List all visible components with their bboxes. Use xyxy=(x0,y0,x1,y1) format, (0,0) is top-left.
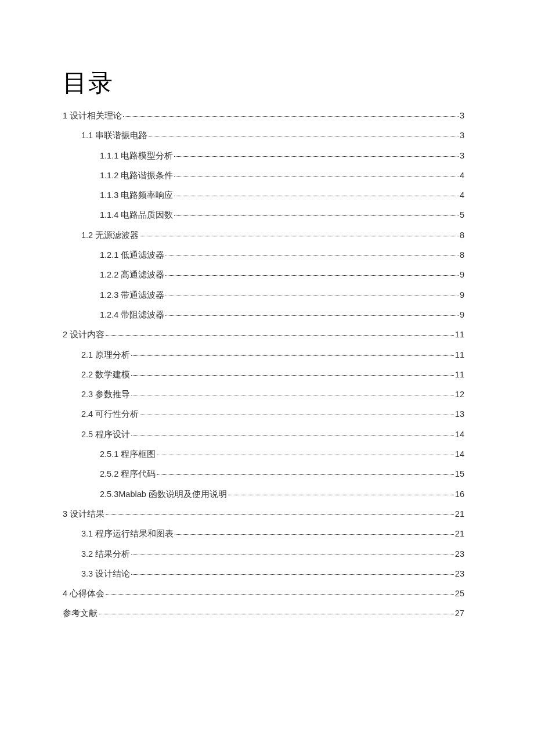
toc-leader-dots xyxy=(157,455,454,455)
toc-entry-label: 3.3 设计结论 xyxy=(81,568,130,579)
toc-entry: 参考文献27 xyxy=(63,607,464,619)
toc-entry-label: 2.1 原理分析 xyxy=(81,349,130,361)
toc-leader-dots xyxy=(131,395,454,395)
toc-entry: 1.2 无源滤波器8 xyxy=(63,229,464,241)
toc-entry-label: 1.2.3 带通滤波器 xyxy=(100,289,164,301)
toc-entry-page: 9 xyxy=(460,289,464,301)
toc-entry: 3.3 设计结论23 xyxy=(63,568,464,579)
toc-entry: 1.2.4 带阻滤波器9 xyxy=(63,309,464,321)
toc-entry-label: 2.4 可行性分析 xyxy=(81,408,139,420)
toc-entry: 2.2 数学建模11 xyxy=(63,369,464,380)
toc-entry-label: 3.1 程序运行结果和图表 xyxy=(81,528,174,539)
toc-entry-page: 14 xyxy=(455,429,464,440)
toc-leader-dots xyxy=(165,296,459,296)
toc-entry: 2 设计内容11 xyxy=(63,329,464,340)
toc-entry: 2.4 可行性分析13 xyxy=(63,408,464,420)
toc-entry-page: 25 xyxy=(455,588,464,599)
toc-entry: 1.2.1 低通滤波器8 xyxy=(63,249,464,261)
toc-leader-dots xyxy=(165,315,459,316)
toc-entry: 1.1.4 电路品质因数5 xyxy=(63,209,464,221)
toc-leader-dots xyxy=(106,335,454,336)
toc-entry-page: 11 xyxy=(455,349,464,361)
toc-leader-dots xyxy=(131,355,454,356)
toc-leader-dots xyxy=(157,474,454,475)
toc-entry-label: 1.1.4 电路品质因数 xyxy=(100,209,173,221)
toc-leader-dots xyxy=(140,415,454,415)
toc-leader-dots xyxy=(99,614,454,614)
toc-leader-dots xyxy=(106,514,454,515)
toc-entry-label: 2.2 数学建模 xyxy=(81,369,130,380)
toc-entry: 1.2.2 高通滤波器9 xyxy=(63,269,464,280)
toc-entry-page: 15 xyxy=(455,468,464,480)
toc-entry-page: 3 xyxy=(460,129,464,141)
toc-entry: 4 心得体会25 xyxy=(63,588,464,599)
toc-entry-label: 2.5.1 程序框图 xyxy=(100,448,156,460)
toc-entry-page: 14 xyxy=(455,448,464,460)
toc-leader-dots xyxy=(140,236,459,236)
toc-entry-label: 参考文献 xyxy=(63,607,98,619)
toc-entry-label: 2.5.3Mablab 函数说明及使用说明 xyxy=(100,488,227,500)
toc-entry-page: 3 xyxy=(460,150,464,161)
toc-leader-dots xyxy=(228,495,454,495)
toc-entry: 1.2.3 带通滤波器9 xyxy=(63,289,464,301)
toc-entry-label: 3 设计结果 xyxy=(63,508,104,520)
toc-leader-dots xyxy=(131,574,454,575)
toc-leader-dots xyxy=(174,215,459,216)
toc-entry-page: 27 xyxy=(455,607,464,619)
toc-entry: 1.1.3 电路频率响应4 xyxy=(63,189,464,201)
toc-entry-page: 4 xyxy=(460,189,464,201)
toc-entry-label: 1.2.2 高通滤波器 xyxy=(100,269,164,280)
toc-entry-page: 21 xyxy=(455,508,464,520)
toc-leader-dots xyxy=(106,594,454,595)
toc-leader-dots xyxy=(131,375,454,376)
toc-entry-page: 11 xyxy=(455,369,464,380)
toc-entry-page: 11 xyxy=(455,329,464,340)
toc-entry-page: 8 xyxy=(460,229,464,241)
toc-title: 目录 xyxy=(63,67,464,99)
toc-entry-label: 2 设计内容 xyxy=(63,329,104,340)
toc-leader-dots xyxy=(131,555,454,555)
toc-entry-page: 8 xyxy=(460,249,464,261)
toc-leader-dots xyxy=(123,116,459,117)
toc-entry-label: 3.2 结果分析 xyxy=(81,548,130,560)
toc-entry-page: 21 xyxy=(455,528,464,539)
toc-entry-page: 16 xyxy=(455,488,464,500)
toc-entry-page: 23 xyxy=(455,568,464,579)
toc-entry-label: 2.3 参数推导 xyxy=(81,388,130,400)
toc-entry-label: 1.2.1 低通滤波器 xyxy=(100,249,164,261)
table-of-contents: 1 设计相关理论31.1 串联谐振电路31.1.1 电路模型分析31.1.2 电… xyxy=(63,110,464,620)
toc-entry-label: 1 设计相关理论 xyxy=(63,110,122,121)
toc-entry: 2.3 参数推导12 xyxy=(63,388,464,400)
toc-leader-dots xyxy=(165,255,459,256)
toc-entry-page: 9 xyxy=(460,309,464,321)
toc-entry: 1.1 串联谐振电路3 xyxy=(63,129,464,141)
toc-leader-dots xyxy=(131,435,454,435)
toc-entry-label: 4 心得体会 xyxy=(63,588,104,599)
toc-leader-dots xyxy=(174,156,459,157)
toc-entry-label: 1.2 无源滤波器 xyxy=(81,229,139,241)
toc-entry: 2.5 程序设计14 xyxy=(63,429,464,440)
toc-entry-page: 13 xyxy=(455,408,464,420)
toc-entry: 3.1 程序运行结果和图表21 xyxy=(63,528,464,539)
toc-entry: 2.5.2 程序代码15 xyxy=(63,468,464,480)
toc-entry-label: 1.1.2 电路谐振条件 xyxy=(100,170,173,181)
toc-entry-page: 5 xyxy=(460,209,464,221)
toc-entry-label: 2.5 程序设计 xyxy=(81,429,130,440)
toc-entry-page: 4 xyxy=(460,170,464,181)
toc-entry: 1.1.2 电路谐振条件4 xyxy=(63,170,464,181)
toc-entry-page: 3 xyxy=(460,110,464,121)
toc-entry: 2.5.3Mablab 函数说明及使用说明16 xyxy=(63,488,464,500)
toc-entry: 3 设计结果21 xyxy=(63,508,464,520)
toc-entry-page: 9 xyxy=(460,269,464,280)
toc-entry: 2.5.1 程序框图14 xyxy=(63,448,464,460)
toc-entry: 1.1.1 电路模型分析3 xyxy=(63,150,464,161)
toc-entry-label: 1.1 串联谐振电路 xyxy=(81,129,147,141)
toc-entry-page: 23 xyxy=(455,548,464,560)
toc-entry-label: 2.5.2 程序代码 xyxy=(100,468,156,480)
toc-entry-label: 1.1.1 电路模型分析 xyxy=(100,150,173,161)
toc-leader-dots xyxy=(149,136,459,136)
toc-leader-dots xyxy=(174,196,459,196)
document-page: 目录 1 设计相关理论31.1 串联谐振电路31.1.1 电路模型分析31.1.… xyxy=(0,0,534,620)
toc-entry-label: 1.1.3 电路频率响应 xyxy=(100,189,173,201)
toc-entry: 2.1 原理分析11 xyxy=(63,349,464,361)
